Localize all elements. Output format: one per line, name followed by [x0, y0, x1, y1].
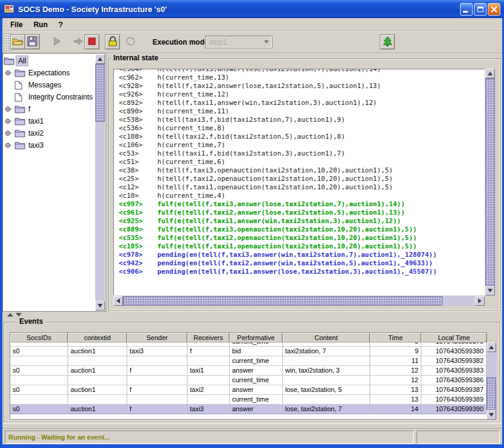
society-tree-panel: AllExpectationsMessagesIntegrity Constra… — [2, 53, 106, 312]
expand-handle-icon[interactable] — [4, 118, 14, 125]
column-header-performative[interactable]: Performative — [230, 333, 283, 342]
scroll-right-button[interactable] — [475, 296, 485, 306]
table-cell: 1076430599383 — [421, 366, 487, 376]
society-tree: AllExpectationsMessagesIntegrity Constra… — [4, 55, 95, 311]
save-button[interactable] — [25, 34, 40, 49]
state-line-text: h(tell(taxi3,f,bid(taxi2station,7),aucti… — [157, 116, 345, 124]
play-button[interactable] — [49, 34, 65, 49]
menu-item-help[interactable]: ? — [53, 19, 68, 30]
scrollbar-thumb[interactable] — [487, 377, 496, 410]
scrollbar-thumb[interactable] — [485, 78, 495, 286]
table-cell: auction1 — [68, 347, 127, 356]
state-line-id: <c942> — [119, 259, 157, 268]
lock-button[interactable] — [105, 34, 120, 49]
tree-item-taxi2[interactable]: taxi2 — [4, 127, 95, 139]
open-folder-icon — [12, 36, 24, 48]
expand-handle-icon[interactable] — [4, 69, 14, 77]
expand-handle-icon[interactable] — [4, 130, 14, 137]
table-cell — [283, 342, 370, 347]
table-cell: 13 — [370, 385, 421, 395]
window-title: SOCS Demo - Society Infrastructure 's0' — [18, 5, 460, 14]
state-horizontal-scrollbar[interactable] — [113, 296, 485, 306]
table-cell: 9 — [370, 342, 421, 347]
close-button[interactable] — [488, 3, 500, 16]
column-header-local-time[interactable]: Local Time — [421, 333, 487, 342]
column-header-time[interactable]: Time — [370, 333, 421, 342]
tree-item-expectations[interactable]: Expectations — [4, 67, 95, 79]
table-cell — [283, 356, 370, 366]
table-cell — [10, 356, 68, 366]
table-cell — [283, 376, 370, 385]
column-header-receivers[interactable]: Receivers — [187, 333, 230, 342]
scroll-down-button[interactable] — [485, 286, 495, 295]
tree-item-label: taxi2 — [27, 128, 45, 138]
state-line: <c928>h(tell(f,taxi2,answer(lose,taxi2st… — [119, 82, 484, 90]
state-line-text: fulf(e(tell(f,taxi3,answer(lose,taxi2sta… — [157, 200, 405, 209]
events-vertical-scrollbar[interactable] — [487, 342, 496, 420]
tree-vertical-scrollbar[interactable] — [95, 54, 105, 311]
state-line-id: <c978> — [119, 251, 157, 259]
scroll-up-button[interactable] — [485, 69, 495, 78]
state-line: <c10>h(current_time,4) — [119, 192, 484, 200]
table-cell: win, taxi2station, 3 — [283, 366, 370, 376]
stop-button[interactable] — [84, 34, 99, 49]
state-line: <c105>fulf(e(tell(f,taxi1,openauction(ta… — [119, 242, 484, 251]
column-header-content[interactable]: Content — [283, 333, 370, 342]
scroll-down-button[interactable] — [95, 301, 105, 311]
tree-item-all[interactable]: All — [4, 55, 95, 67]
internal-state-textarea[interactable]: <c964>h(tell(f,taxi3,answer(lose,taxi2st… — [113, 69, 485, 295]
table-row[interactable]: current_time131076430599389 — [10, 395, 487, 405]
table-row[interactable]: s0auction1ftaxi1answerwin, taxi2station,… — [10, 366, 487, 376]
state-line: <c961>fulf(e(tell(f,taxi2,answer(lose,ta… — [119, 209, 484, 217]
table-row[interactable]: s0auction1ftaxi2answerlose, taxi2station… — [10, 385, 487, 395]
close-icon — [490, 5, 498, 13]
table-row[interactable]: s0auction1taxi3fbidtaxi2station, 7910764… — [10, 347, 487, 356]
state-line-text: h(current_time,4) — [157, 192, 225, 200]
table-cell: s0 — [10, 405, 68, 414]
state-line-text: h(tell(f,taxi3,answer(lose,taxi2station,… — [157, 69, 381, 74]
table-cell: 11 — [370, 356, 421, 366]
state-vertical-scrollbar[interactable] — [485, 69, 495, 295]
tree-item-taxi1[interactable]: taxi1 — [4, 115, 95, 127]
scroll-up-button[interactable] — [95, 54, 105, 64]
collapse-down-button[interactable] — [16, 313, 22, 317]
column-header-sender[interactable]: Sender — [127, 333, 187, 342]
maximize-button[interactable] — [474, 3, 487, 16]
table-row[interactable]: current_time91076430599379 — [10, 342, 487, 347]
expand-handle-icon[interactable] — [4, 106, 14, 113]
table-row[interactable]: current_time121076430599386 — [10, 376, 487, 385]
table-row[interactable]: s0auction1ftaxi3answerlose, taxi2station… — [10, 405, 487, 414]
lock-icon — [108, 36, 118, 48]
scroll-down-button[interactable] — [487, 410, 496, 420]
minimize-button[interactable] — [460, 3, 473, 16]
table-cell — [187, 395, 230, 405]
folder-icon — [14, 129, 27, 137]
table-cell — [127, 395, 187, 405]
execution-mode-combobox[interactable]: stop1 — [205, 36, 272, 48]
scroll-up-button[interactable] — [487, 342, 496, 352]
open-button[interactable] — [10, 34, 25, 49]
title-bar[interactable]: SOCS Demo - Society Infrastructure 's0' — [0, 0, 504, 18]
tree-item-taxi3[interactable]: taxi3 — [4, 139, 95, 151]
menu-item-run[interactable]: Run — [28, 19, 53, 30]
collapse-up-button[interactable] — [7, 313, 13, 317]
tree-item-f[interactable]: f — [4, 103, 95, 115]
refresh-button[interactable] — [123, 34, 138, 49]
tree-item-integrity-constraints[interactable]: Integrity Constraints — [4, 91, 95, 103]
horizontal-splitter[interactable] — [2, 312, 502, 318]
scrollbar-thumb[interactable] — [95, 64, 105, 122]
arrow-up-icon — [489, 345, 494, 349]
expand-handle-icon[interactable] — [4, 142, 14, 149]
column-header-contextid[interactable]: contextid — [68, 333, 127, 342]
table-row-partial[interactable]: current_time91076430599379 — [10, 342, 487, 347]
state-line: <c889>fulf(e(tell(f,taxi3,openauction(ta… — [119, 226, 484, 234]
table-row[interactable]: current_time111076430599382 — [10, 356, 487, 366]
scroll-left-button[interactable] — [113, 296, 123, 306]
scrollbar-thumb[interactable] — [123, 296, 443, 306]
table-cell: 12 — [370, 376, 421, 385]
menu-item-file[interactable]: File — [5, 19, 28, 30]
society-button[interactable] — [380, 34, 395, 49]
column-header-socsids[interactable]: SocsIDs — [10, 333, 68, 342]
state-line: <c892>h(tell(f,taxi1,answer(win,taxi2sta… — [119, 99, 484, 107]
tree-item-messages[interactable]: Messages — [4, 79, 95, 91]
